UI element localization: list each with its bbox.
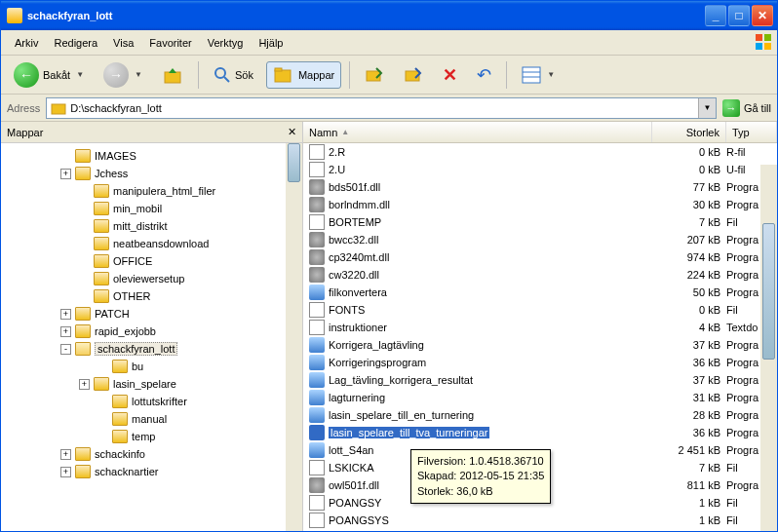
folders-pane-close[interactable]: ✕	[288, 126, 296, 138]
file-size: 37 kB	[652, 339, 726, 351]
file-row[interactable]: BORTEMP7 kBFil	[303, 213, 777, 231]
file-row[interactable]: 2.R0 kBR-fil	[303, 143, 777, 161]
tree-item[interactable]: temp	[1, 428, 302, 445]
tree-item[interactable]: bu	[1, 358, 302, 375]
column-size[interactable]: Storlek	[652, 122, 726, 142]
column-type[interactable]: Typ	[726, 122, 777, 142]
address-combo[interactable]: D:\schackfyran_lott ▼	[46, 97, 717, 119]
menu-favoriter[interactable]: Favoriter	[141, 33, 199, 53]
tree-item[interactable]: -schackfyran_lott	[1, 340, 302, 358]
folder-tree[interactable]: IMAGES+Jchessmanipulera_html_filermin_mo…	[1, 143, 302, 531]
folders-pane: Mappar ✕ IMAGES+Jchessmanipulera_html_fi…	[1, 122, 303, 531]
file-name: 2.R	[329, 146, 345, 158]
file-row[interactable]: lagturnering31 kBProgra	[303, 389, 777, 406]
file-row[interactable]: FONTS0 kBFil	[303, 301, 777, 319]
tree-scrollbar[interactable]	[286, 143, 302, 531]
file-size: 1 kB	[652, 514, 726, 526]
address-dropdown-button[interactable]: ▼	[698, 98, 716, 118]
file-row[interactable]: cw3220.dll224 kBProgra	[303, 266, 777, 284]
titlebar[interactable]: schackfyran_lott _ □ ✕	[1, 1, 777, 30]
go-button[interactable]: → Gå till	[722, 99, 771, 117]
back-button[interactable]: ← Bakåt ▼	[7, 58, 91, 92]
expand-icon[interactable]: +	[79, 379, 90, 390]
menu-arkiv[interactable]: Arkiv	[7, 33, 46, 53]
tree-item[interactable]: mitt_distrikt	[1, 217, 302, 235]
file-row[interactable]: POANGSYS1 kBFil	[303, 512, 777, 529]
folders-button[interactable]: Mappar	[266, 61, 341, 89]
tree-item[interactable]: +lasin_spelare	[1, 375, 302, 393]
folders-label: Mappar	[298, 69, 334, 81]
tree-item-label: manual	[132, 413, 167, 425]
tree-item[interactable]: OTHER	[1, 287, 302, 305]
move-to-button[interactable]	[358, 61, 391, 89]
tree-item[interactable]: OFFICE	[1, 252, 302, 270]
tree-item[interactable]: +Jchess	[1, 165, 302, 182]
svg-rect-2	[756, 43, 762, 50]
scrollbar-thumb[interactable]	[762, 223, 775, 360]
tree-item[interactable]: min_mobil	[1, 200, 302, 217]
menu-redigera[interactable]: Redigera	[46, 33, 105, 53]
views-button[interactable]: ▼	[515, 62, 562, 88]
file-list[interactable]: 2.R0 kBR-fil2.U0 kBU-filbds501f.dll77 kB…	[303, 143, 777, 531]
expand-icon[interactable]: +	[60, 449, 71, 460]
folder-icon	[75, 324, 91, 338]
tree-item[interactable]: +rapid_exjobb	[1, 323, 302, 340]
tree-item[interactable]: manipulera_html_filer	[1, 182, 302, 200]
expand-icon[interactable]: +	[60, 169, 71, 179]
file-row[interactable]: Korrigeringsprogram36 kBProgra	[303, 354, 777, 371]
tree-item[interactable]: manual	[1, 410, 302, 428]
exe-icon	[309, 390, 325, 405]
go-arrow-icon: →	[722, 99, 740, 117]
toolbar: ← Bakåt ▼ → ▼ Sök Mappar ✕ ↶ ▼	[1, 56, 777, 95]
tree-item-label: oleviewersetup	[113, 273, 184, 285]
expand-icon[interactable]: +	[60, 309, 71, 320]
forward-button[interactable]: → ▼	[97, 58, 149, 92]
file-row[interactable]: cp3240mt.dll974 kBProgra	[303, 248, 777, 266]
menu-visa[interactable]: Visa	[105, 33, 141, 53]
tree-item[interactable]: +PATCH	[1, 305, 302, 323]
menu-verktyg[interactable]: Verktyg	[200, 33, 252, 53]
address-label: Adress	[7, 102, 40, 114]
file-size: 7 kB	[652, 462, 726, 474]
maximize-button[interactable]: □	[728, 5, 750, 26]
folders-icon	[273, 65, 294, 85]
minimize-button[interactable]: _	[705, 5, 726, 26]
tree-item[interactable]: IMAGES	[1, 147, 302, 165]
file-row[interactable]: lasin_spelare_till_en_turnering28 kBProg…	[303, 406, 777, 424]
folder-icon	[7, 8, 22, 23]
file-row[interactable]: 2.U0 kBU-fil	[303, 161, 777, 178]
undo-button[interactable]: ↶	[470, 60, 498, 90]
delete-button[interactable]: ✕	[436, 60, 464, 90]
file-row[interactable]: filkonvertera50 kBProgra	[303, 284, 777, 301]
menu-hjalp[interactable]: Hjälp	[251, 33, 291, 53]
column-name[interactable]: Namn▲	[303, 122, 652, 142]
file-row[interactable]: bds501f.dll77 kBProgra	[303, 178, 777, 196]
up-button[interactable]	[155, 60, 190, 90]
file-row[interactable]: Korrigera_lagtävling37 kBProgra	[303, 336, 777, 354]
address-value: D:\schackfyran_lott	[70, 102, 162, 114]
file-row[interactable]: borlndmm.dll30 kBProgra	[303, 196, 777, 213]
copy-to-button[interactable]	[397, 61, 430, 89]
folder-icon	[94, 272, 109, 285]
tree-item[interactable]: lottutskrifter	[1, 393, 302, 410]
file-row[interactable]: instruktioner4 kBTextdo	[303, 319, 777, 336]
collapse-icon[interactable]: -	[60, 344, 71, 355]
tree-item[interactable]: neatbeansdownload	[1, 235, 302, 252]
file-row[interactable]: lasin_spelare_till_tva_turneringar36 kBP…	[303, 424, 777, 441]
expand-icon[interactable]: +	[60, 326, 71, 337]
tree-item[interactable]: oleviewersetup	[1, 270, 302, 287]
tree-item-label: schackinfo	[95, 448, 145, 460]
file-name: LSKICKA	[329, 462, 373, 474]
close-button[interactable]: ✕	[752, 5, 773, 26]
dll-icon	[309, 197, 325, 212]
file-row[interactable]: Lag_tävling_korrigera_resultat37 kBProgr…	[303, 371, 777, 389]
svg-rect-14	[52, 104, 65, 114]
file-name: cw3220.dll	[329, 269, 379, 281]
tree-item[interactable]: +schacknartier	[1, 463, 302, 480]
file-scrollbar[interactable]	[760, 165, 777, 531]
expand-icon[interactable]: +	[60, 467, 71, 477]
file-row[interactable]: bwcc32.dll207 kBProgra	[303, 231, 777, 248]
search-button[interactable]: Sök	[207, 62, 260, 88]
tree-item[interactable]: +schackinfo	[1, 445, 302, 463]
scrollbar-thumb[interactable]	[288, 143, 300, 182]
